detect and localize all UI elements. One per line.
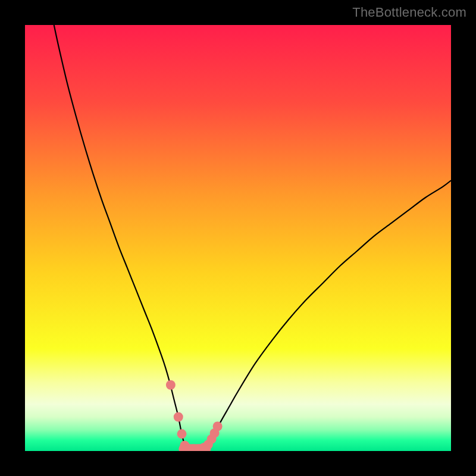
chart-svg [25, 25, 451, 451]
measured-point [213, 421, 223, 431]
gradient-background [25, 25, 451, 451]
measured-point [177, 429, 186, 439]
watermark-text: TheBottleneck.com [352, 5, 466, 20]
measured-point [166, 380, 176, 390]
plot-area [25, 25, 451, 451]
chart-outer-frame: TheBottleneck.com [0, 0, 476, 476]
measured-point [174, 412, 183, 422]
